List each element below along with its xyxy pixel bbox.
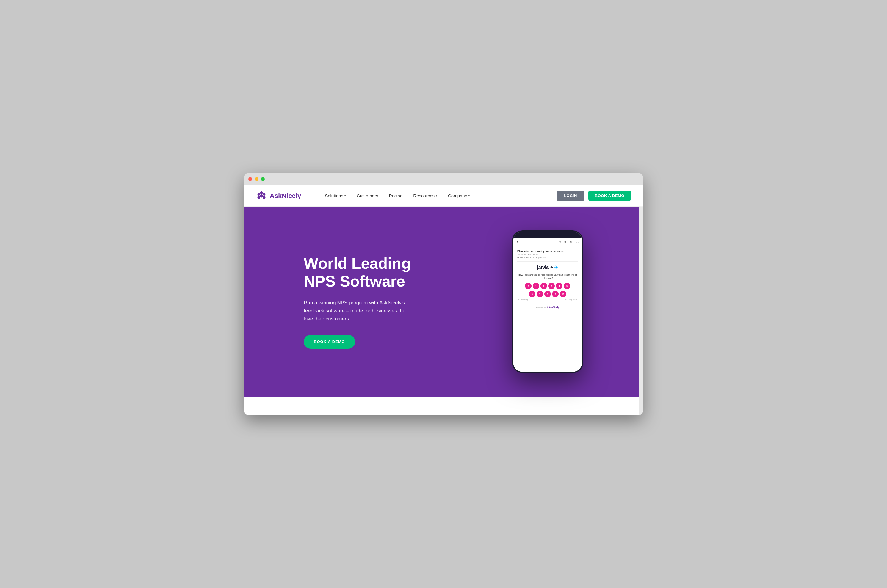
book-demo-nav-button[interactable]: BOOK A DEMO <box>588 190 631 201</box>
logo-icon <box>256 190 267 201</box>
login-button[interactable]: LOGIN <box>557 190 584 201</box>
nav-solutions[interactable]: Solutions ▾ <box>325 193 346 198</box>
nps-score-10[interactable]: 10 <box>560 291 566 297</box>
nav-resources[interactable]: Resources ▾ <box>413 193 437 198</box>
navigation: AskNicely Solutions ▾ Customers Pricing … <box>244 185 643 207</box>
phone-mockup-container: ‹ ⊡ 🗑 ✉ ••• <box>506 230 589 373</box>
svg-point-2 <box>263 196 266 199</box>
nps-label-low: 0 - Not likely <box>519 299 528 300</box>
logo-text: AskNicely <box>270 192 301 200</box>
nps-score-7[interactable]: 7 <box>537 291 543 297</box>
svg-point-5 <box>258 193 260 196</box>
nps-score-0[interactable]: 0 <box>525 283 532 289</box>
phone-notch <box>513 232 582 238</box>
plane-icon: ✈ <box>554 265 558 270</box>
trash-icon: 🗑 <box>564 240 567 244</box>
powered-by-brand: ✦ AskNicely <box>547 306 559 309</box>
powered-by: Powered by ✦ AskNicely <box>517 303 578 309</box>
svg-point-4 <box>263 193 266 196</box>
maximize-button[interactable] <box>261 177 265 181</box>
close-button[interactable] <box>248 177 252 181</box>
nps-score-9[interactable]: 9 <box>552 291 559 297</box>
chevron-down-icon: ▾ <box>436 194 437 197</box>
nps-score-6[interactable]: 6 <box>529 291 535 297</box>
nps-row-2: 6 7 8 9 10 <box>517 291 578 297</box>
email-subject: Please tell us about your experience <box>517 250 578 253</box>
minimize-button[interactable] <box>255 177 259 181</box>
email-header: Please tell us about your experience Jar… <box>517 250 578 262</box>
chevron-down-icon: ▾ <box>344 194 346 197</box>
nps-score-1[interactable]: 1 <box>533 283 539 289</box>
nps-row-1: 0 1 2 3 4 5 <box>517 283 578 289</box>
phone-email-content: Please tell us about your experience Jar… <box>513 246 582 312</box>
logo-link[interactable]: AskNicely <box>256 190 301 201</box>
chevron-down-icon: ▾ <box>468 194 470 197</box>
save-icon: ⊡ <box>559 240 561 244</box>
nps-score-3[interactable]: 3 <box>548 283 555 289</box>
nps-label-high: 10 - Very likely <box>565 299 577 300</box>
phone-toolbar: ‹ ⊡ 🗑 ✉ ••• <box>513 238 582 246</box>
back-icon: ‹ <box>517 240 518 244</box>
hero-title: World LeadingNPS Software <box>304 255 428 290</box>
jarvis-logo: jarvisair ✈ <box>517 265 578 270</box>
nps-score-5[interactable]: 5 <box>564 283 570 289</box>
book-demo-hero-button[interactable]: BOOK A DEMO <box>304 335 355 349</box>
nps-score-2[interactable]: 2 <box>540 283 547 289</box>
nav-company[interactable]: Company ▾ <box>448 193 470 198</box>
jarvis-air-text: air <box>550 266 553 269</box>
nps-labels: 0 - Not likely 10 - Very likely <box>517 299 578 300</box>
hero-description: Run a winning NPS program with AskNicely… <box>304 299 411 323</box>
nps-question: How likely are you to recommend JarvisAi… <box>517 273 578 280</box>
email-greeting: Hi Mike, just a quick question <box>517 256 578 262</box>
email-from: Jarvis Air | Bob Smith <box>517 253 578 256</box>
jarvis-brand-text: jarvis <box>537 265 549 270</box>
svg-point-1 <box>260 191 263 194</box>
svg-point-0 <box>260 194 263 197</box>
powered-by-text: Powered by <box>536 306 546 308</box>
more-icon: ••• <box>575 240 579 244</box>
mail-icon: ✉ <box>570 240 572 244</box>
white-section <box>244 397 643 415</box>
hero-content: World LeadingNPS Software Run a winning … <box>304 255 428 349</box>
nps-score-8[interactable]: 8 <box>544 291 551 297</box>
toolbar-icons: ⊡ 🗑 ✉ ••• <box>559 240 579 244</box>
nps-score-4[interactable]: 4 <box>556 283 562 289</box>
nav-links: Solutions ▾ Customers Pricing Resources … <box>325 193 557 198</box>
hero-section: World LeadingNPS Software Run a winning … <box>244 207 643 397</box>
nav-actions: LOGIN BOOK A DEMO <box>557 190 631 201</box>
phone-mockup: ‹ ⊡ 🗑 ✉ ••• <box>512 230 583 373</box>
browser-titlebar <box>244 173 643 185</box>
scrollbar-track[interactable] <box>639 185 643 415</box>
nav-customers[interactable]: Customers <box>357 193 378 198</box>
svg-point-3 <box>258 196 260 199</box>
nav-pricing[interactable]: Pricing <box>389 193 403 198</box>
